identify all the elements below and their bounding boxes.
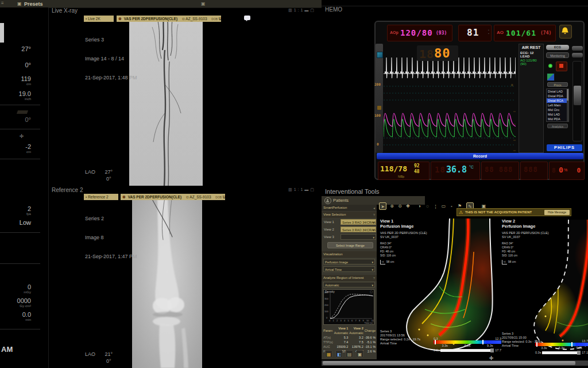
y-tick: 300	[324, 297, 328, 301]
maximize-icon[interactable]: ▢	[310, 187, 316, 191]
view2-dropdown[interactable]: Series 3 RAO 34/CRAN 0 ▾	[341, 227, 376, 232]
frame-rate-value: 2fps	[0, 206, 31, 216]
zoom-out-icon: ⊖	[398, 204, 402, 209]
slider-thumb[interactable]	[574, 86, 581, 105]
app-title-bar[interactable]: SmartPerfusion ◂	[322, 205, 377, 211]
view2-geometry-info: RAO 34° CRAN 0° FD: 48 cm SID: 116 cm	[502, 241, 517, 258]
menu-icon[interactable]: ≡	[1, 1, 4, 6]
maximize-icon[interactable]: ▢	[310, 8, 316, 12]
patient-banner[interactable]: ⚉ VAS PER 2DPERFUSION(CLE) ID AZ_SS-9103…	[117, 16, 221, 22]
windowing-tool-button[interactable]: ◑	[416, 202, 423, 210]
tab-live[interactable]: ▪ Live 2K	[84, 16, 114, 22]
dose-area-product-value: 0000Gy·cm²	[0, 298, 31, 308]
pressure-scale-0: 0	[377, 142, 379, 146]
roi-ellipse-tool-button[interactable]: ◌	[424, 202, 431, 210]
monitoring-button[interactable]: Monitoring	[546, 52, 569, 58]
select-image-range-button[interactable]: Select Image Range	[327, 242, 373, 248]
film-icon[interactable]: ▥	[288, 187, 294, 191]
point-tool-button[interactable]: •	[448, 202, 455, 210]
side-slider[interactable]	[572, 61, 582, 141]
live-xray-panel-title: Live X-ray	[52, 7, 78, 14]
range-slider[interactable]	[440, 349, 494, 352]
acquisition-warning: ⚠ THIS IS NOT THE ACQUISITION PATIENT Hi…	[457, 208, 571, 216]
nibp-display: 118/78 92 48 NIBp	[378, 162, 430, 180]
time-color-slider[interactable]	[434, 340, 501, 344]
view1-series-info: Series 3 2017/09/21 13:56 Range selected…	[380, 329, 420, 346]
side-pill-button[interactable]	[572, 46, 583, 51]
zoom-in-tool-button[interactable]: ⊕	[388, 202, 396, 210]
visualization-header[interactable]: Visualization	[322, 251, 377, 258]
reference-projection-info: LAO 21° 0°	[85, 351, 113, 365]
horizontal-scrollbar[interactable]	[322, 361, 588, 366]
collapse-icon[interactable]: ◂	[373, 205, 375, 212]
range-slider[interactable]	[542, 351, 581, 354]
view3-dropdown[interactable]: ▾	[341, 234, 376, 240]
zoom-out-tool-button[interactable]: ⊖	[396, 202, 404, 210]
pan-tool-button[interactable]: ✚	[404, 202, 412, 210]
analytics-button[interactable]: Analytics	[547, 124, 568, 128]
source-distance-value: 119cm	[0, 76, 31, 86]
patient-banner[interactable]: ⚉ VAS PER 2DPERFUSION(CLE) ID AZ_SS-9103…	[121, 194, 225, 200]
hide-message-button[interactable]: Hide Message	[544, 210, 570, 215]
line-tool-button[interactable]: ¦	[432, 202, 439, 210]
list-scrollbar[interactable]	[567, 89, 568, 121]
list-item[interactable]: Mid PDA	[547, 117, 568, 121]
one-to-one-icon[interactable]: 1:1	[294, 8, 305, 12]
rectangle-icon: ▭	[442, 204, 446, 209]
list-item[interactable]: Distal PDA	[547, 94, 568, 98]
scrollbar-thumb[interactable]	[323, 361, 575, 365]
help-icon[interactable]: ?	[373, 212, 375, 218]
stop-record-button[interactable]	[556, 62, 567, 71]
live-xray-image[interactable]	[129, 16, 203, 186]
camera-icon[interactable]: ▣	[201, 1, 206, 6]
list-item[interactable]: Distal LAD	[547, 89, 568, 94]
view1-label: View 1	[324, 220, 334, 224]
snapshot-tool-button[interactable]: ▦	[325, 350, 332, 358]
detector-size-value: 19.0inch	[0, 91, 31, 101]
report-tool-button[interactable]: ▤	[346, 350, 353, 358]
minimize-icon[interactable]: ▬	[304, 8, 310, 12]
help-icon[interactable]: ?	[373, 275, 375, 282]
film-icon[interactable]: ▥	[288, 8, 294, 12]
map-thumbnail-icon[interactable]	[547, 73, 555, 81]
alarm-bell-button[interactable]	[559, 25, 572, 39]
settings-tool-button[interactable]: ▣	[356, 350, 363, 358]
waveform-scale-strip[interactable]	[376, 44, 383, 153]
ao-display: AO 101/61 (74)	[494, 25, 556, 41]
list-item[interactable]: Mid LAD	[547, 112, 568, 117]
bell-icon	[560, 25, 570, 36]
reference-xray-image[interactable]	[132, 194, 202, 368]
temperature-display: 18 36.8 °C	[431, 162, 480, 180]
ao-pressure-text: AO 121/80 (90)	[519, 58, 543, 66]
site-listbox[interactable]: Distal LAD Distal PDA Distal RCA Left Ma…	[546, 89, 569, 122]
pressure-scale-100: 100	[374, 113, 381, 117]
chevron-down-icon: ▾	[372, 282, 373, 288]
message-bubble-icon[interactable]	[244, 16, 250, 20]
presets-button[interactable]: Presets	[24, 1, 43, 7]
patients-button[interactable]: Patients	[333, 198, 349, 203]
record-bar[interactable]: Record	[377, 153, 583, 159]
one-to-one-icon[interactable]: 1:1	[294, 187, 305, 191]
pointer-tool-button[interactable]: ➤	[379, 202, 386, 210]
rect-tool-button[interactable]: ▭	[440, 202, 447, 210]
visualization-primary-dropdown[interactable]: Perfusion Image ▾	[323, 259, 375, 264]
minimize-icon[interactable]: ▬	[304, 187, 310, 191]
list-item[interactable]: Left Main	[547, 103, 568, 108]
fluoro-time-value: 0.0min	[0, 312, 31, 321]
table-tilt-value: 0°	[0, 117, 31, 123]
side-pill-button[interactable]	[572, 53, 583, 57]
visualization-secondary-dropdown[interactable]: Arrival Time ▾	[323, 266, 375, 272]
warning-text: THIS IS NOT THE ACQUISITION PATIENT	[465, 210, 532, 214]
view1-dropdown[interactable]: Series 3 RAO 34/CRAN 0 ▾	[341, 219, 376, 225]
roi-mode-dropdown[interactable]: Automatic ▾	[323, 282, 375, 288]
export-tool-button[interactable]: ◧	[335, 350, 343, 358]
procs-button[interactable]: Procs	[547, 82, 568, 87]
roi-header[interactable]: Analyze Region of Interest ?	[322, 275, 377, 281]
tab-reference[interactable]: ▪ Reference 2	[84, 194, 118, 200]
list-item-selected[interactable]: Distal RCA	[547, 98, 568, 103]
ecg-button[interactable]: ECG	[546, 45, 569, 50]
top-toolbar: ≡ ▣ Presets ▣	[0, 0, 322, 8]
view-selection-header[interactable]: View Selection ?	[322, 212, 377, 218]
list-item[interactable]: Mid Circ	[547, 108, 568, 112]
time-color-slider[interactable]	[535, 343, 588, 346]
